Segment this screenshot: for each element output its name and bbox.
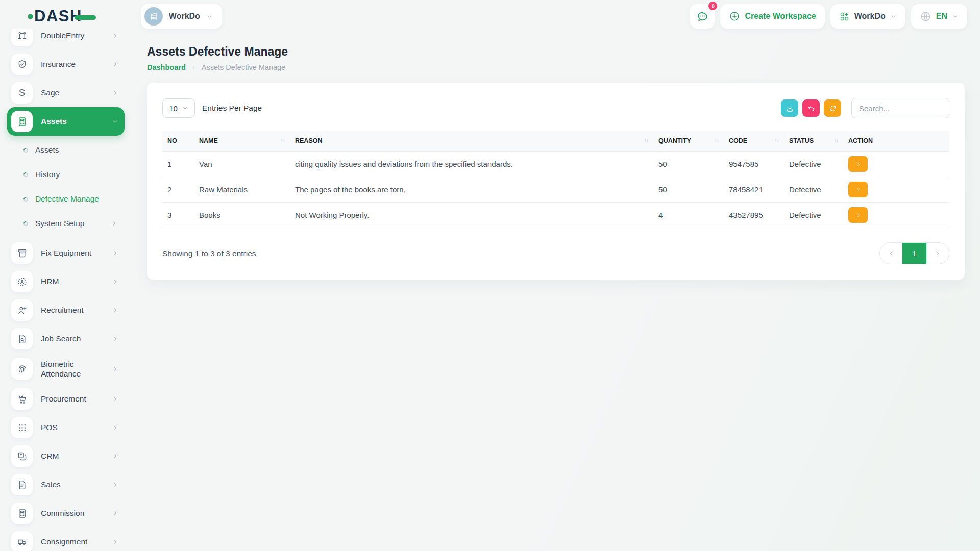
sidebar-item-job-search[interactable]: Job Search	[7, 324, 125, 353]
main-content: Assets Defective Manage Dashboard Assets…	[147, 33, 965, 280]
sidebar-item-insurance[interactable]: Insurance	[7, 50, 125, 79]
sidebar-item-biometric-attendance[interactable]: Biometric Attendance	[7, 353, 125, 385]
table-header-row: NO NAME↑↓ REASON↑↓ QUANTITY↑↓ CODE↑↓ STA…	[162, 131, 949, 152]
cell-reason: Not Working Properly.	[290, 203, 653, 228]
cell-status: Defective	[784, 152, 843, 177]
cell-no: 1	[162, 152, 194, 177]
fingerprint-icon	[11, 358, 33, 380]
plus-circle-icon	[729, 11, 740, 22]
entries-per-page-select[interactable]: 10	[162, 98, 195, 118]
language-label: EN	[936, 12, 947, 21]
sidebar-item-assets[interactable]: Assets	[7, 107, 125, 136]
breadcrumb-dashboard-link[interactable]: Dashboard	[147, 63, 186, 71]
chevron-right-icon	[112, 510, 118, 516]
sidebar-item-recruitment[interactable]: Recruitment	[7, 296, 125, 324]
bullet-ring-icon	[22, 220, 29, 227]
next-page-button[interactable]	[926, 243, 949, 264]
logo-dash-accent	[75, 15, 96, 20]
previous-page-button[interactable]	[880, 243, 902, 264]
cell-reason: The pages of the books are torn,	[290, 177, 653, 203]
entries-per-page-value: 10	[169, 104, 178, 113]
entries-summary: Showing 1 to 3 of 3 entries	[162, 249, 256, 258]
row-action-button[interactable]	[848, 156, 868, 172]
sidebar-nav: DoubleEntry Insurance S Sage Assets Asse…	[0, 29, 134, 551]
file-search-icon	[11, 328, 33, 349]
sort-icon[interactable]: ↑↓	[644, 137, 649, 143]
column-header-code: CODE↑↓	[724, 131, 784, 152]
column-header-reason: REASON↑↓	[290, 131, 653, 152]
row-action-button[interactable]	[848, 182, 868, 197]
sidebar-subitem-history[interactable]: History	[7, 162, 125, 187]
create-workspace-button[interactable]: Create Workspace	[720, 4, 824, 29]
cell-quantity: 4	[653, 203, 724, 228]
chevron-right-icon	[112, 396, 118, 402]
truck-icon	[11, 531, 33, 551]
calculator-icon	[11, 503, 33, 524]
cell-code: 78458421	[724, 177, 784, 203]
sidebar-item-procurement[interactable]: Procurement	[7, 385, 125, 413]
column-header-no: NO	[162, 131, 194, 152]
cell-quantity: 50	[653, 152, 724, 177]
row-action-button[interactable]	[848, 207, 868, 223]
download-icon	[786, 104, 794, 113]
chevron-right-icon	[112, 482, 118, 488]
sort-icon[interactable]: ↑↓	[715, 137, 719, 143]
calculator-icon	[11, 111, 33, 132]
cell-quantity: 50	[653, 177, 724, 203]
globe-icon	[920, 11, 932, 22]
page-number-current[interactable]: 1	[902, 243, 926, 264]
cell-code: 43527895	[724, 203, 784, 228]
chevron-right-icon	[112, 61, 118, 67]
archive-box-icon	[11, 242, 33, 264]
sidebar-item-consignment[interactable]: Consignment	[7, 528, 125, 551]
workspace-switcher[interactable]: WorkDo	[141, 4, 222, 29]
sidebar-item-hrm[interactable]: HRM	[7, 267, 125, 296]
undo-button[interactable]	[802, 99, 820, 117]
sort-icon[interactable]: ↑↓	[281, 137, 285, 143]
chevron-right-icon	[935, 250, 941, 257]
refresh-button[interactable]	[824, 99, 841, 117]
sidebar-subitem-assets[interactable]: Assets	[7, 138, 125, 162]
sidebar-item-pos[interactable]: POS	[7, 413, 125, 442]
breadcrumb-current: Assets Defective Manage	[202, 63, 285, 71]
entries-per-page-label: Entries Per Page	[202, 104, 262, 113]
messages-button[interactable]: 0	[690, 4, 715, 29]
chevron-down-icon	[182, 105, 188, 111]
refresh-icon	[828, 104, 837, 113]
chevron-right-icon	[112, 90, 118, 96]
chevron-right-icon	[112, 33, 118, 39]
workspace-name: WorkDo	[169, 12, 200, 21]
chevron-left-icon	[888, 250, 895, 257]
cards-plus-icon	[11, 445, 33, 467]
sidebar-item-commission[interactable]: Commission	[7, 499, 125, 528]
caret-right-icon	[855, 187, 861, 193]
chevron-down-icon	[890, 13, 897, 20]
export-download-button[interactable]	[781, 99, 798, 117]
sidebar-subitem-system-setup[interactable]: System Setup	[7, 211, 125, 236]
sidebar-item-crm[interactable]: CRM	[7, 442, 125, 470]
assets-submenu: Assets History Defective Manage System S…	[7, 136, 125, 239]
cell-no: 3	[162, 203, 194, 228]
sidebar-item-sage[interactable]: S Sage	[7, 79, 125, 107]
defective-assets-card: 10 Entries Per Page	[147, 83, 965, 280]
sidebar-item-sales[interactable]: Sales	[7, 470, 125, 499]
person-focus-icon	[11, 271, 33, 292]
undo-arrow-icon	[807, 104, 816, 113]
sidebar-subitem-defective-manage[interactable]: Defective Manage	[7, 187, 125, 211]
search-input[interactable]	[851, 98, 949, 118]
pagination: 1	[879, 242, 949, 264]
account-menu-button[interactable]: WorkDo	[830, 4, 905, 29]
caret-right-icon	[855, 212, 861, 218]
sort-icon[interactable]: ↑↓	[834, 137, 839, 143]
grid-dots-icon	[11, 417, 33, 438]
top-header: DASH WorkDo 0 Create Workspace WorkDo	[0, 0, 980, 33]
chevron-right-icon	[112, 424, 118, 431]
language-selector[interactable]: EN	[911, 4, 967, 29]
sort-icon[interactable]: ↑↓	[775, 137, 779, 143]
chevron-right-icon	[191, 65, 197, 70]
shield-check-icon	[11, 54, 33, 75]
sidebar-item-fix-equipment[interactable]: Fix Equipment	[7, 239, 125, 267]
logo-dot-accent	[28, 14, 33, 19]
column-header-action: ACTION	[843, 131, 949, 152]
breadcrumb: Dashboard Assets Defective Manage	[147, 63, 965, 71]
